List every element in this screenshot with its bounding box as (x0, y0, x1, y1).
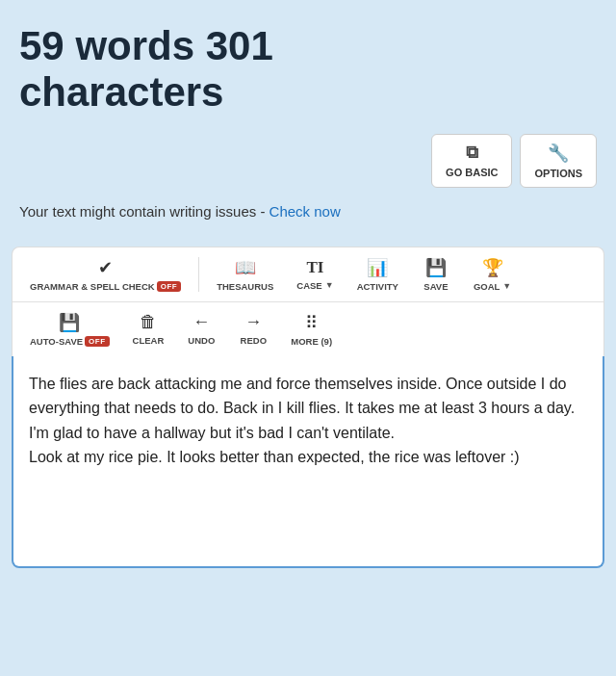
top-buttons: ⧉ GO BASIC 🔧 OPTIONS (19, 134, 597, 188)
go-basic-icon: ⧉ (466, 143, 478, 163)
divider-1 (198, 257, 199, 292)
goal-label: GOAL ▼ (474, 281, 511, 292)
redo-icon: → (244, 312, 262, 332)
toolbar-row-1: ✔ GRAMMAR & SPELL CHECK OFF 📖 THESAURUS … (13, 247, 603, 302)
grammar-off-badge: OFF (157, 281, 182, 292)
autosave-off-badge: OFF (85, 336, 110, 347)
go-basic-label: GO BASIC (446, 167, 498, 178)
autosave-label: AUTO-SAVE OFF (30, 336, 110, 347)
main-text-content: The flies are back attacking me and forc… (29, 372, 587, 470)
save-label: SAVE (424, 281, 448, 292)
word-count-text: 59 words 301 (19, 23, 273, 68)
undo-label: UNDO (188, 335, 215, 346)
grammar-spell-check-button[interactable]: ✔ GRAMMAR & SPELL CHECK OFF (20, 253, 191, 296)
case-button[interactable]: TI CASE ▼ (287, 254, 343, 295)
autosave-button[interactable]: 💾 AUTO-SAVE OFF (20, 308, 119, 351)
more-icon: ⠿ (305, 312, 318, 333)
options-label: OPTIONS (534, 168, 582, 179)
text-area-section[interactable]: The flies are back attacking me and forc… (12, 356, 604, 568)
goal-dropdown-arrow: ▼ (502, 281, 511, 291)
thesaurus-button[interactable]: 📖 THESAURUS (207, 253, 283, 296)
case-icon: TI (306, 258, 323, 277)
check-now-link[interactable]: Check now (270, 203, 341, 220)
more-button[interactable]: ⠿ MORE (9) (281, 308, 342, 351)
checkmark-icon: ✔ (98, 257, 113, 278)
more-label: MORE (9) (291, 336, 332, 347)
activity-icon: 📊 (367, 257, 388, 278)
top-section: 59 words 301 characters ⧉ GO BASIC 🔧 OPT… (0, 0, 616, 235)
clear-button[interactable]: 🗑 CLEAR (123, 308, 174, 350)
case-label: CASE ▼ (296, 280, 333, 291)
toolbar-section: ✔ GRAMMAR & SPELL CHECK OFF 📖 THESAURUS … (12, 247, 604, 356)
undo-icon: ← (192, 312, 210, 332)
undo-button[interactable]: ← UNDO (177, 308, 225, 350)
save-button[interactable]: 💾 SAVE (412, 253, 460, 296)
autosave-icon: 💾 (59, 312, 80, 333)
writing-issues: Your text might contain writing issues -… (19, 203, 597, 220)
issues-text: Your text might contain writing issues - (19, 203, 270, 220)
activity-label: ACTIVITY (357, 281, 398, 292)
goal-icon: 🏆 (482, 257, 503, 278)
grammar-label: GRAMMAR & SPELL CHECK OFF (30, 281, 181, 292)
characters-text: characters (19, 69, 223, 115)
word-count-title: 59 words 301 characters (19, 23, 597, 117)
clear-label: CLEAR (133, 335, 165, 346)
thesaurus-label: THESAURUS (217, 281, 273, 292)
case-dropdown-arrow: ▼ (325, 280, 334, 290)
options-icon: 🔧 (548, 143, 569, 164)
goal-button[interactable]: 🏆 GOAL ▼ (464, 253, 521, 296)
options-button[interactable]: 🔧 OPTIONS (520, 134, 597, 188)
activity-button[interactable]: 📊 ACTIVITY (347, 253, 408, 296)
clear-icon: 🗑 (140, 312, 157, 332)
redo-label: REDO (241, 335, 267, 346)
redo-button[interactable]: → REDO (229, 308, 277, 350)
save-icon: 💾 (425, 257, 447, 278)
thesaurus-icon: 📖 (235, 257, 256, 278)
toolbar-row-2: 💾 AUTO-SAVE OFF 🗑 CLEAR ← UNDO → REDO ⠿ … (13, 302, 603, 356)
go-basic-button[interactable]: ⧉ GO BASIC (431, 134, 512, 188)
